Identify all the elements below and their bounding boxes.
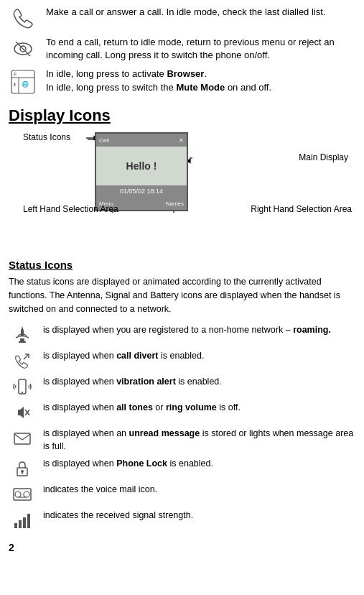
end-icon-cell [9,36,37,60]
icon-row-mute: F ⬆ 🌐 In idle, long press to activate Br… [9,68,355,95]
status-row-signal: indicates the received signal strength. [9,509,355,530]
svg-rect-32 [14,523,17,528]
call-description: Make a call or answer a call. In idle mo… [46,6,355,19]
status-row-message: is displayed when an unread message is s… [9,427,355,453]
voicemail-icon-cell [9,483,36,504]
phone-screen-mockup: Cell ✕ Hello ! 01/05/02 18:14 Menu Names [95,132,188,211]
phone-screen-header-text: Cell [99,137,109,144]
svg-rect-24 [14,433,30,444]
phone-lock-bold: Phone Lock [116,458,167,469]
svg-text:⬆: ⬆ [13,83,17,87]
mute-browser-icon: F ⬆ 🌐 [10,69,36,95]
left-hand-label-text: Left Hand Selection Area [23,204,118,214]
message-description: is displayed when an unread message is s… [43,427,355,453]
left-hand-label: Left Hand Selection Area [23,204,118,216]
status-row-tones: is displayed when all tones or ring volu… [9,401,355,423]
phone-lock-icon [12,458,32,479]
svg-rect-35 [27,514,30,528]
browser-bold: Browser [167,68,204,79]
status-row-voicemail: indicates the voice mail icon. [9,483,355,504]
end-call-icon [11,37,34,60]
svg-rect-18 [19,341,26,343]
signal-description: indicates the received signal strength. [43,509,355,522]
status-icons-section: Status Icons The status icons are displa… [9,259,355,530]
phone-screen-hello: Hello ! [96,147,187,185]
svg-text:F: F [14,72,17,77]
call-divert-icon [12,351,32,371]
vibration-description: is displayed when vibration alert is ena… [43,375,355,388]
signal-icon-cell [9,509,36,530]
mute-icon-cell: F ⬆ 🌐 [9,68,37,95]
phone-lock-description: is displayed when Phone Lock is enabled. [43,457,355,470]
display-icons-title: Display Icons [9,106,355,125]
page-number: 2 [9,542,355,553]
svg-text:🌐: 🌐 [22,80,29,88]
svg-point-30 [24,492,29,497]
svg-point-29 [15,492,21,497]
status-icons-list: is displayed when you are registered to … [9,323,355,530]
vibration-bold: vibration alert [116,377,176,387]
message-bold: unread message [129,428,200,438]
all-tones-bold: all tones [116,402,153,412]
vibration-icon-cell [9,375,36,397]
tones-description: is displayed when all tones or ring volu… [43,401,355,414]
svg-rect-33 [19,520,22,528]
call-divert-bold: call divert [116,351,158,361]
phone-screen-header: Cell ✕ [96,134,187,147]
svg-rect-17 [20,338,24,341]
call-divert-icon-cell [9,349,36,371]
phone-screen-names: Names [166,200,184,207]
all-tones-icon [12,402,32,423]
call-icon [11,7,34,30]
top-icons-section: Make a call or answer a call. In idle mo… [9,6,355,95]
status-icons-heading: Status Icons [9,259,355,271]
right-hand-label-text: Right Hand Selection Area [251,204,352,214]
roaming-bold: roaming. [293,325,331,335]
status-icons-description: The status icons are displayed or animat… [9,275,355,315]
message-icon-cell [9,427,36,448]
status-icons-diagram-label: Status Icons [23,132,70,142]
phone-screen-close: ✕ [179,137,184,144]
voicemail-description: indicates the voice mail icon. [43,483,355,496]
phone-lock-icon-cell [9,457,36,479]
status-row-vibration: is displayed when vibration alert is ena… [9,375,355,397]
icon-row-call: Make a call or answer a call. In idle mo… [9,6,355,30]
call-divert-description: is displayed when call divert is enabled… [43,349,355,362]
status-row-roaming: is displayed when you are registered to … [9,323,355,345]
voicemail-icon [12,484,32,504]
call-icon-cell [9,6,37,30]
ring-volume-bold: ring volume [166,402,217,412]
unread-message-icon [12,428,32,448]
mute-description: In idle, long press to activate Browser.… [46,68,355,93]
svg-line-19 [24,354,29,359]
display-icons-section: Display Icons Status Icons [9,106,355,247]
vibration-icon [12,377,32,397]
signal-strength-icon [12,510,32,530]
status-row-phone-lock: is displayed when Phone Lock is enabled. [9,457,355,479]
roaming-icon-cell [9,323,36,345]
svg-rect-34 [23,517,26,528]
roaming-icon [12,325,32,345]
tones-icon-cell [9,401,36,423]
icon-row-end: To end a call, return to idle mode, retu… [9,36,355,62]
roaming-description: is displayed when you are registered to … [43,323,355,336]
end-description: To end a call, return to idle mode, retu… [46,36,355,62]
svg-rect-28 [14,489,31,500]
mute-line: In idle, long press to switch the Mute M… [46,82,271,93]
svg-point-26 [21,470,24,473]
right-hand-label: Right Hand Selection Area [251,204,352,216]
display-diagram: Status Icons Cell ✕ Hello ! 01/05/02 18:… [9,132,355,247]
main-display-label: Main Display [299,152,348,162]
phone-screen-date: 01/05/02 18:14 [96,185,187,197]
status-row-call-divert: is displayed when call divert is enabled… [9,349,355,371]
mute-bold: Mute Mode [176,82,225,93]
browser-line: In idle, long press to activate Browser. [46,68,207,79]
